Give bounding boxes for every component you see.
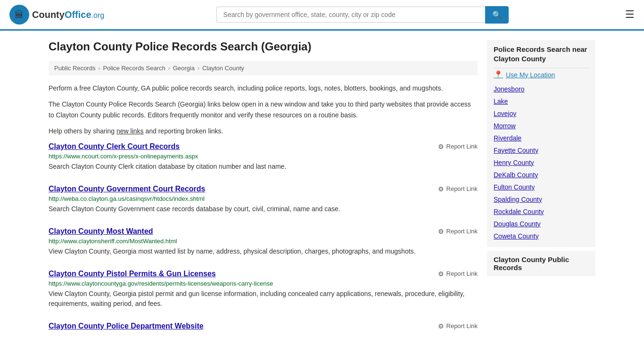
- desc-paragraph-1: Perform a free Clayton County, GA public…: [49, 83, 478, 93]
- sidebar-link-douglas-county[interactable]: Douglas County: [494, 218, 589, 230]
- record-url-2: http://www.claytonsheriff.com/MostWanted…: [49, 238, 478, 245]
- sidebar-link-lovejoy[interactable]: Lovejoy: [494, 107, 589, 120]
- breadcrumb-police-records-search[interactable]: Police Records Search: [103, 65, 165, 72]
- report-label-2: Report Link: [446, 228, 478, 235]
- breadcrumb-sep-2: ›: [168, 65, 170, 72]
- sidebar-public-records-title: Clayton County Public Records: [494, 255, 589, 272]
- record-desc-1: Search Clayton County Government case re…: [49, 204, 478, 214]
- record-url-0: https://www.ncourt.com/x-press/x-onlinep…: [49, 153, 478, 160]
- sidebar-link-fayette-county[interactable]: Fayette County: [494, 144, 589, 156]
- record-entry-1: Clayton County Government Court Records …: [49, 185, 478, 218]
- record-entry-0: Clayton County Clerk Court Records ⚙ Rep…: [49, 142, 478, 175]
- report-link-4[interactable]: ⚙ Report Link: [438, 322, 478, 330]
- logo-icon: [9, 5, 29, 25]
- sidebar-nearby-title: Police Records Search near Clayton Count…: [494, 45, 589, 63]
- breadcrumb-sep-1: ›: [98, 65, 100, 72]
- breadcrumb-clayton-county[interactable]: Clayton County: [202, 65, 244, 72]
- breadcrumb-public-records[interactable]: Public Records: [54, 65, 95, 72]
- record-entry-3: Clayton County Pistol Permits & Gun Lice…: [49, 270, 478, 313]
- record-desc-3: View Clayton County, Georgia pistol perm…: [49, 289, 478, 309]
- breadcrumb: Public Records › Police Records Search ›…: [49, 61, 478, 75]
- sidebar: Police Records Search near Clayton Count…: [487, 40, 595, 346]
- logo-text: CountyOffice.org: [32, 9, 104, 20]
- menu-button[interactable]: ☰: [625, 8, 635, 21]
- record-desc-0: Search Clayton County Clerk citation dat…: [49, 162, 478, 172]
- search-input[interactable]: [216, 7, 485, 23]
- logo-org: .org: [91, 11, 105, 19]
- record-title-0[interactable]: Clayton County Clerk Court Records: [49, 142, 180, 151]
- logo-office: Office: [65, 9, 91, 20]
- search-area: 🔍: [216, 6, 509, 24]
- desc-paragraph-2: The Clayton County Police Records Search…: [49, 99, 478, 120]
- search-button[interactable]: 🔍: [485, 6, 509, 24]
- report-label-4: Report Link: [446, 322, 478, 329]
- location-icon: 📍: [494, 70, 503, 79]
- record-title-1[interactable]: Clayton County Government Court Records: [49, 185, 205, 193]
- report-icon-4: ⚙: [438, 322, 444, 330]
- record-header-2: Clayton County Most Wanted ⚙ Report Link: [49, 227, 478, 236]
- sidebar-link-henry-county[interactable]: Henry County: [494, 156, 589, 169]
- use-location-label: Use My Location: [506, 71, 555, 79]
- report-icon-3: ⚙: [438, 270, 444, 278]
- sidebar-link-coweta-county[interactable]: Coweta County: [494, 230, 589, 242]
- sidebar-link-dekalb-county[interactable]: DeKalb County: [494, 169, 589, 181]
- report-icon-0: ⚙: [438, 143, 444, 150]
- report-link-2[interactable]: ⚙ Report Link: [438, 228, 478, 235]
- record-title-3[interactable]: Clayton County Pistol Permits & Gun Lice…: [49, 270, 216, 278]
- page-title: Clayton County Police Records Search (Ge…: [49, 40, 478, 53]
- sidebar-link-riverdale[interactable]: Riverdale: [494, 132, 589, 144]
- record-title-2[interactable]: Clayton County Most Wanted: [49, 227, 153, 236]
- sidebar-link-spalding-county[interactable]: Spalding County: [494, 193, 589, 206]
- sidebar-public-records-section: Clayton County Public Records: [487, 251, 595, 276]
- logo-area[interactable]: CountyOffice.org: [9, 5, 104, 25]
- record-header-0: Clayton County Clerk Court Records ⚙ Rep…: [49, 142, 478, 151]
- sidebar-link-jonesboro[interactable]: Jonesboro: [494, 83, 589, 95]
- sidebar-link-morrow[interactable]: Morrow: [494, 120, 589, 132]
- record-desc-2: View Clayton County, Georgia most wanted…: [49, 247, 478, 256]
- sidebar-link-lake[interactable]: Lake: [494, 95, 589, 107]
- sidebar-nearby-section: Police Records Search near Clayton Count…: [487, 40, 595, 247]
- report-label-0: Report Link: [446, 143, 478, 150]
- report-icon-1: ⚙: [438, 185, 444, 193]
- content-area: Clayton County Police Records Search (Ge…: [49, 40, 478, 346]
- sidebar-link-fulton-county[interactable]: Fulton County: [494, 181, 589, 193]
- record-header-3: Clayton County Pistol Permits & Gun Lice…: [49, 270, 478, 278]
- record-header-1: Clayton County Government Court Records …: [49, 185, 478, 193]
- record-title-4[interactable]: Clayton County Police Department Website: [49, 322, 204, 330]
- report-link-0[interactable]: ⚙ Report Link: [438, 143, 478, 150]
- report-icon-2: ⚙: [438, 228, 444, 235]
- report-link-1[interactable]: ⚙ Report Link: [438, 185, 478, 193]
- report-link-3[interactable]: ⚙ Report Link: [438, 270, 478, 278]
- record-entry-2: Clayton County Most Wanted ⚙ Report Link…: [49, 227, 478, 260]
- main-container: Clayton County Police Records Search (Ge…: [39, 31, 605, 355]
- sidebar-link-rockdale-county[interactable]: Rockdale County: [494, 206, 589, 218]
- report-label-3: Report Link: [446, 270, 478, 277]
- breadcrumb-sep-3: ›: [198, 65, 199, 72]
- record-header-4: Clayton County Police Department Website…: [49, 322, 478, 330]
- record-entry-4: Clayton County Police Department Website…: [49, 322, 478, 336]
- site-header: CountyOffice.org 🔍 ☰: [0, 0, 644, 31]
- breadcrumb-georgia[interactable]: Georgia: [173, 65, 195, 72]
- desc-paragraph-3: Help others by sharing new links and rep…: [49, 126, 478, 136]
- use-my-location-link[interactable]: 📍 Use My Location: [494, 70, 589, 79]
- sidebar-divider-top: [494, 68, 589, 68]
- report-label-1: Report Link: [446, 185, 478, 192]
- record-url-1: http://weba.co.clayton.ga.us/casinqsvr/h…: [49, 195, 478, 202]
- new-links-link[interactable]: new links: [116, 127, 144, 135]
- record-url-3: https://www.claytoncountyga.gov/resident…: [49, 280, 478, 287]
